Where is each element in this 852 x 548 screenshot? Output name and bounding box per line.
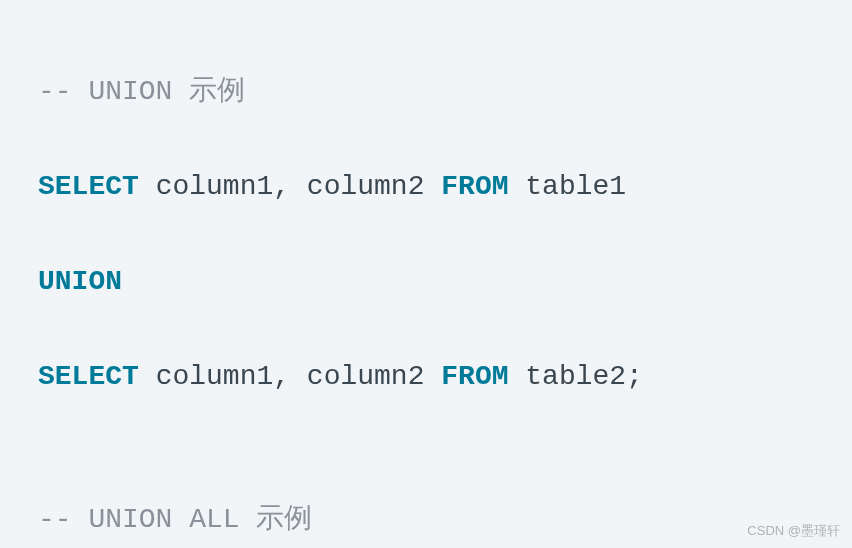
sql-keyword-from: FROM bbox=[441, 171, 508, 202]
sql-keyword-select: SELECT bbox=[38, 361, 139, 392]
sql-keyword-from: FROM bbox=[441, 361, 508, 392]
sql-columns: column1, column2 bbox=[139, 171, 441, 202]
watermark-text: CSDN @墨瑾轩 bbox=[747, 520, 840, 542]
sql-table: table1 bbox=[509, 171, 627, 202]
sql-keyword-select: SELECT bbox=[38, 171, 139, 202]
sql-code-block: -- UNION 示例 SELECT column1, column2 FROM… bbox=[38, 20, 814, 548]
sql-keyword-union: UNION bbox=[38, 266, 122, 297]
code-line: SELECT column1, column2 FROM table2; bbox=[38, 353, 814, 401]
code-line: UNION bbox=[38, 258, 814, 306]
sql-table: table2; bbox=[509, 361, 643, 392]
sql-comment: -- UNION ALL 示例 bbox=[38, 504, 312, 535]
code-line: SELECT column1, column2 FROM table1 bbox=[38, 163, 814, 211]
sql-comment: -- UNION 示例 bbox=[38, 76, 245, 107]
code-line-comment: -- UNION 示例 bbox=[38, 68, 814, 116]
code-line-comment: -- UNION ALL 示例 bbox=[38, 496, 814, 544]
sql-columns: column1, column2 bbox=[139, 361, 441, 392]
